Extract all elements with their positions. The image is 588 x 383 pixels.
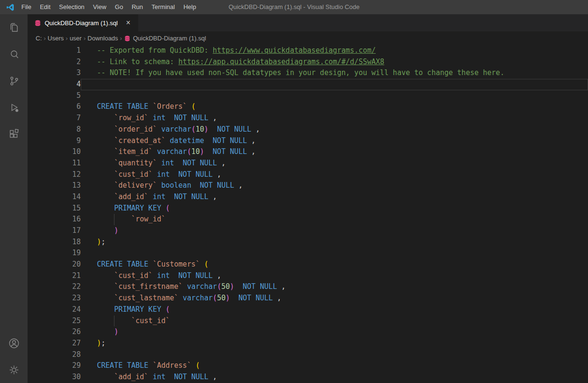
menu-view[interactable]: View (89, 0, 111, 14)
code-token: , (247, 136, 256, 145)
code-token (97, 282, 114, 291)
code-line[interactable]: 26 ) (28, 326, 588, 338)
breadcrumb-item[interactable]: Users (47, 35, 64, 42)
code-token (97, 125, 114, 134)
code-line[interactable]: 13 `delivery` boolean NOT NULL , (28, 180, 588, 192)
code-line[interactable]: 14 `add_id` int NOT NULL , (28, 192, 588, 203)
code-line[interactable]: 4 (28, 79, 588, 90)
code-text: `delivery` boolean NOT NULL , (81, 180, 588, 192)
code-token: , (213, 271, 221, 280)
source-control-icon[interactable] (0, 67, 28, 94)
code-line[interactable]: 18); (28, 237, 588, 248)
editor-lines: 1-- Exported from QuickDBD: https://www.… (28, 45, 588, 383)
code-line[interactable]: 20CREATE TABLE `Customers` ( (28, 259, 588, 270)
code-token: varchar (157, 147, 187, 156)
title-bar: FileEditSelectionViewGoRunTerminalHelp Q… (0, 0, 588, 14)
code-text: `order_id` varchar(10) NOT NULL , (81, 124, 588, 135)
breadcrumb-item[interactable]: user (70, 35, 82, 42)
code-token: ( (191, 102, 196, 111)
code-token (166, 114, 174, 122)
code-token: `row_id` (131, 215, 165, 223)
line-number: 18 (28, 237, 81, 248)
code-token: , (234, 181, 243, 190)
menu-selection[interactable]: Selection (55, 0, 88, 14)
search-icon[interactable] (0, 41, 28, 67)
account-icon[interactable] (0, 330, 28, 356)
line-number: 23 (28, 293, 81, 304)
tab-close-icon[interactable]: × (124, 19, 133, 27)
code-token: ( (166, 204, 170, 212)
code-line[interactable]: 22 `cust_firstname` varchar(50) NOT NULL… (28, 281, 588, 293)
code-token (166, 192, 174, 201)
code-line[interactable]: 6CREATE TABLE `Orders` ( (28, 101, 588, 113)
menu-help[interactable]: Help (179, 0, 200, 14)
code-line[interactable]: 29CREATE TABLE `Address` ( (28, 360, 588, 372)
code-token: -- NOTE! If you have used non-SQL dataty… (97, 68, 504, 77)
code-token (97, 226, 114, 235)
line-number: 9 (28, 135, 81, 147)
activity-bar (0, 14, 28, 383)
breadcrumb-separator-icon: › (66, 35, 67, 42)
menu-go[interactable]: Go (111, 0, 127, 14)
code-line[interactable]: 10 `item_id` varchar(10) NOT NULL , (28, 146, 588, 158)
code-line[interactable]: 19 (28, 248, 588, 259)
code-token: `Address` (152, 361, 191, 370)
tab-bar: QuickDBD-Diagram (1).sql × (28, 14, 588, 31)
line-number: 14 (28, 192, 81, 203)
editor[interactable]: 1-- Exported from QuickDBD: https://www.… (28, 45, 588, 383)
code-token: 10 (196, 125, 204, 134)
code-line[interactable]: 25 `cust_id` (28, 316, 588, 327)
line-number: 3 (28, 67, 81, 79)
explorer-icon[interactable] (0, 14, 28, 41)
menu-terminal[interactable]: Terminal (147, 0, 179, 14)
menu-run[interactable]: Run (127, 0, 147, 14)
line-number: 19 (28, 248, 81, 259)
code-token: varchar (187, 282, 217, 291)
line-number: 2 (28, 57, 81, 68)
code-line[interactable]: 2-- Link to schema: https://app.quickdat… (28, 57, 588, 68)
code-token (187, 102, 191, 111)
code-line[interactable]: 28 (28, 349, 588, 361)
breadcrumb-item[interactable]: Downloads (87, 35, 118, 42)
line-number: 25 (28, 316, 81, 327)
code-line[interactable]: 23 `cust_lastname` varchar(50) NOT NULL … (28, 293, 588, 304)
code-token (179, 294, 183, 302)
code-line[interactable]: 30 `add_id` int NOT NULL , (28, 372, 588, 383)
code-line[interactable]: 16 `row_id` (28, 214, 588, 225)
code-token: , (217, 159, 226, 167)
code-token[interactable]: https://app.quickdatabasediagrams.com/#/… (179, 57, 384, 66)
breadcrumb: C:›Users›user›Downloads› QuickDBD-Diagra… (28, 31, 588, 45)
code-line[interactable]: 1-- Exported from QuickDBD: https://www.… (28, 45, 588, 57)
code-line[interactable]: 5 (28, 90, 588, 102)
breadcrumb-item[interactable]: C: (36, 35, 42, 42)
menu-file[interactable]: File (17, 0, 36, 14)
code-token (97, 204, 114, 212)
code-line[interactable]: 21 `cust_id` int NOT NULL , (28, 270, 588, 282)
tab-quickdbd-diagram-sql[interactable]: QuickDBD-Diagram (1).sql × (28, 14, 139, 31)
code-line[interactable]: 11 `quantity` int NOT NULL , (28, 158, 588, 169)
code-token (161, 204, 165, 212)
code-line[interactable]: 15 PRIMARY KEY ( (28, 203, 588, 214)
run-debug-icon[interactable] (0, 94, 28, 121)
breadcrumb-file[interactable]: QuickDBD-Diagram (1).sql (124, 35, 206, 42)
menu-edit[interactable]: Edit (36, 0, 55, 14)
code-line[interactable]: 24 PRIMARY KEY ( (28, 304, 588, 316)
line-number: 11 (28, 158, 81, 169)
code-text: PRIMARY KEY ( (81, 203, 588, 214)
code-line[interactable]: 3-- NOTE! If you have used non-SQL datat… (28, 67, 588, 79)
code-token: int (157, 170, 170, 179)
code-text: `row_id` int NOT NULL , (81, 113, 588, 124)
code-line[interactable]: 27); (28, 338, 588, 349)
code-line[interactable]: 12 `cust_id` int NOT NULL , (28, 169, 588, 181)
code-line[interactable]: 8 `order_id` varchar(10) NOT NULL , (28, 124, 588, 135)
extensions-icon[interactable] (0, 121, 28, 147)
line-number: 8 (28, 124, 81, 135)
code-line[interactable]: 17 ) (28, 225, 588, 237)
code-line[interactable]: 9 `created_at` datetime NOT NULL , (28, 135, 588, 147)
code-token[interactable]: https://www.quickdatabasediagrams.com/ (213, 46, 376, 55)
settings-gear-icon[interactable] (0, 356, 28, 383)
code-token (97, 305, 114, 314)
code-token: `quantity` (114, 159, 157, 167)
code-token (234, 282, 243, 291)
code-line[interactable]: 7 `row_id` int NOT NULL , (28, 113, 588, 124)
